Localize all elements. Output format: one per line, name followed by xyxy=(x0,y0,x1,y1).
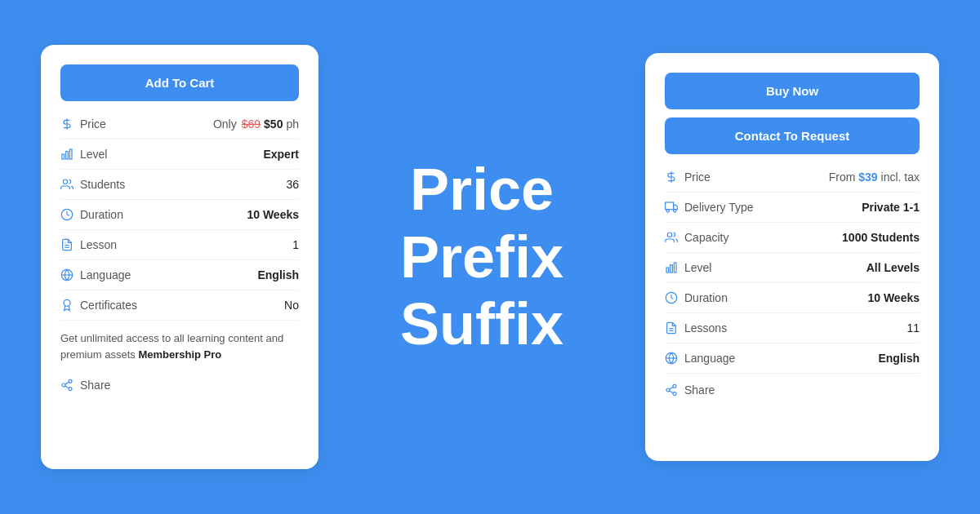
svg-point-32 xyxy=(673,392,676,396)
svg-rect-3 xyxy=(69,149,72,159)
main-container: Add To Cart Price Only $69 $50 ph xyxy=(41,20,939,494)
svg-rect-2 xyxy=(66,152,69,159)
contact-request-button[interactable]: Contact To Request xyxy=(665,117,920,154)
left-price-text: Price xyxy=(80,117,106,131)
left-share-label: Share xyxy=(80,379,110,392)
capacity-icon xyxy=(665,231,678,244)
left-students-label: Students xyxy=(60,178,125,191)
right-level-label: Level xyxy=(665,261,711,274)
left-level-value: Expert xyxy=(263,148,299,161)
left-lesson-row: Lesson 1 xyxy=(60,230,299,260)
dollar-icon xyxy=(60,117,74,131)
right-lessons-row: Lessons 11 xyxy=(665,313,920,343)
share-icon xyxy=(60,379,74,392)
price-new: $50 xyxy=(264,117,283,131)
left-language-label: Language xyxy=(60,268,131,281)
right-language-value: English xyxy=(878,352,920,365)
right-capacity-label: Capacity xyxy=(665,231,728,244)
right-doc-icon xyxy=(665,321,678,335)
svg-line-33 xyxy=(670,391,674,393)
right-price-tax: incl. tax xyxy=(881,171,920,184)
svg-point-10 xyxy=(64,299,70,306)
membership-pro: Membership Pro xyxy=(138,348,221,361)
left-language-row: Language English xyxy=(60,260,299,290)
right-price-amount: $39 xyxy=(858,171,877,184)
right-delivery-row: Delivery Type Private 1-1 xyxy=(665,193,920,223)
right-level-value: All Levels xyxy=(866,261,920,274)
right-globe-icon xyxy=(665,352,678,365)
left-students-value: 36 xyxy=(286,178,299,191)
right-capacity-row: Capacity 1000 Students xyxy=(665,223,920,253)
doc-icon xyxy=(60,238,74,251)
left-level-row: Level Expert xyxy=(60,140,299,170)
svg-rect-1 xyxy=(62,154,65,159)
price-suffix: ph xyxy=(286,117,299,131)
buy-now-button[interactable]: Buy Now xyxy=(665,73,920,109)
right-price-value: From $39 incl. tax xyxy=(829,171,920,184)
svg-line-15 xyxy=(65,382,69,384)
svg-point-11 xyxy=(69,379,72,383)
svg-rect-22 xyxy=(666,268,669,273)
right-language-row: Language English xyxy=(665,343,920,374)
price-original: $69 xyxy=(242,117,261,131)
globe-icon xyxy=(60,268,74,281)
right-bar-icon xyxy=(665,261,678,274)
right-duration-value: 10 Weeks xyxy=(867,291,920,304)
right-duration-label: Duration xyxy=(665,291,728,304)
clock-icon xyxy=(60,208,74,221)
right-dollar-icon xyxy=(665,171,678,184)
cert-icon xyxy=(60,299,74,312)
price-only-label: Only xyxy=(213,117,237,131)
add-to-cart-button[interactable]: Add To Cart xyxy=(60,64,299,101)
svg-point-13 xyxy=(69,388,72,391)
left-students-row: Students 36 xyxy=(60,170,299,200)
right-card: Buy Now Contact To Request Price From $3… xyxy=(645,53,939,461)
right-clock-icon xyxy=(665,291,678,304)
svg-point-21 xyxy=(667,233,671,237)
svg-line-34 xyxy=(670,387,674,389)
svg-point-4 xyxy=(63,179,67,184)
bar-chart-icon xyxy=(60,148,74,161)
right-lessons-value: 11 xyxy=(906,321,920,335)
svg-point-12 xyxy=(62,383,65,387)
center-line2: Prefix xyxy=(400,224,564,291)
svg-rect-17 xyxy=(666,202,674,210)
left-language-value: English xyxy=(257,268,299,281)
left-duration-value: 10 Weeks xyxy=(247,208,299,221)
right-price-row: Price From $39 incl. tax xyxy=(665,162,920,193)
left-cert-value: No xyxy=(284,299,299,312)
left-card: Add To Cart Price Only $69 $50 ph xyxy=(41,45,318,469)
right-share-icon xyxy=(665,383,678,397)
svg-line-14 xyxy=(65,386,69,388)
left-duration-label: Duration xyxy=(60,208,123,221)
right-share-label: Share xyxy=(684,383,715,397)
delivery-icon xyxy=(665,201,678,214)
svg-rect-24 xyxy=(674,263,676,273)
center-line3: Suffix xyxy=(400,290,564,358)
students-icon xyxy=(60,178,74,191)
right-delivery-label: Delivery Type xyxy=(665,201,754,214)
svg-point-30 xyxy=(673,384,676,388)
right-duration-row: Duration 10 Weeks xyxy=(665,283,920,313)
left-price-row: Price Only $69 $50 ph xyxy=(60,109,299,140)
left-lesson-label: Lesson xyxy=(60,238,117,251)
left-price-label: Price xyxy=(60,117,106,131)
center-text-block: Price Prefix Suffix xyxy=(335,156,629,358)
right-capacity-value: 1000 Students xyxy=(842,231,920,244)
left-price-value: Only $69 $50 ph xyxy=(213,117,299,131)
right-delivery-value: Private 1-1 xyxy=(862,201,920,214)
center-line1: Price xyxy=(410,156,554,224)
membership-text: Get unlimited access to all learning con… xyxy=(60,321,299,369)
left-cert-row: Certificates No xyxy=(60,290,299,321)
svg-point-31 xyxy=(666,388,670,392)
svg-rect-23 xyxy=(670,265,673,273)
left-lesson-value: 1 xyxy=(292,238,299,251)
right-share-row[interactable]: Share xyxy=(665,374,920,397)
svg-marker-18 xyxy=(674,205,678,209)
right-lessons-label: Lessons xyxy=(665,321,727,335)
svg-point-19 xyxy=(666,210,669,212)
right-level-row: Level All Levels xyxy=(665,253,920,283)
svg-point-20 xyxy=(674,210,676,212)
left-level-label: Level xyxy=(60,148,107,161)
left-share-row[interactable]: Share xyxy=(60,369,299,392)
